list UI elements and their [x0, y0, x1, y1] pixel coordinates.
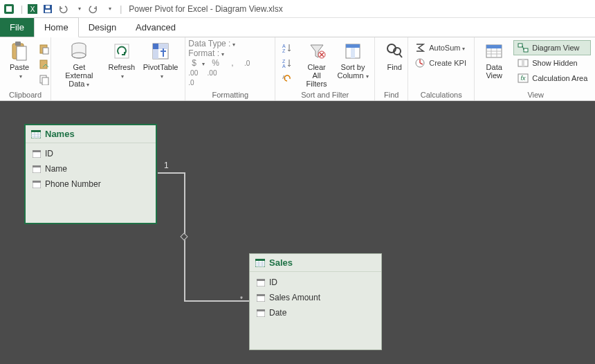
find-label: Find — [387, 63, 402, 71]
copy-icon[interactable] — [39, 72, 50, 87]
autosum-button[interactable]: AutoSum — [414, 40, 466, 55]
paste-replace-icon[interactable] — [39, 57, 50, 72]
svg-text:A: A — [282, 44, 286, 48]
find-icon — [384, 41, 405, 62]
clear-sort-button[interactable]: A — [281, 71, 296, 86]
sort-by-column-button[interactable]: Sort by Column — [334, 39, 372, 80]
svg-rect-39 — [522, 60, 524, 66]
pivottable-button[interactable]: PivotTable — [139, 39, 182, 80]
data-view-button[interactable]: Data View — [477, 39, 511, 80]
calculation-area-button[interactable]: fx Calculation Area — [513, 71, 591, 86]
calculation-area-label: Calculation Area — [532, 74, 587, 82]
column-icon — [257, 279, 265, 286]
tab-advanced[interactable]: Advanced — [126, 18, 185, 37]
table-names[interactable]: Names ID Name Phone Number — [24, 124, 157, 224]
get-external-data-button[interactable]: Get External Data — [54, 39, 104, 89]
svg-rect-49 — [33, 181, 41, 183]
field-names-id[interactable]: ID — [26, 146, 156, 161]
redo-dropdown-icon[interactable] — [102, 2, 116, 16]
create-kpi-button[interactable]: Create KPI — [414, 55, 466, 71]
database-icon — [68, 41, 89, 62]
show-hidden-button[interactable]: Show Hidden — [513, 55, 591, 71]
sort-by-column-label-top: Sort by — [341, 63, 365, 71]
paste-button[interactable]: Paste — [3, 39, 36, 80]
clear-sort-icon: A — [281, 73, 293, 83]
sort-desc-button[interactable]: ZA — [281, 55, 296, 71]
undo-icon[interactable] — [56, 2, 70, 16]
diagram-view-button[interactable]: Diagram View — [513, 40, 591, 55]
window-title: Power Pivot for Excel - Diagram View.xls… — [129, 4, 283, 14]
ribbon: Paste Clipboard Get External Data — [0, 37, 595, 101]
tab-home[interactable]: Home — [34, 17, 79, 37]
find-button[interactable]: Find — [378, 39, 411, 71]
refresh-button[interactable]: Refresh — [104, 39, 139, 80]
table-sales-header[interactable]: Sales — [250, 254, 381, 272]
group-label-find: Find — [378, 90, 405, 100]
field-sales-amount[interactable]: Sales Amount — [250, 290, 381, 305]
percent-button[interactable]: % — [212, 58, 219, 68]
sort-asc-button[interactable]: AZ — [281, 40, 296, 55]
paste-append-icon[interactable] — [39, 42, 50, 57]
number-format-row: $ % , .0.00 .00.0 — [188, 58, 250, 87]
format-dropdown[interactable]: Format : — [188, 48, 224, 58]
svg-rect-21 — [158, 44, 168, 49]
svg-rect-20 — [153, 49, 158, 59]
svg-rect-57 — [257, 309, 265, 311]
comma-button[interactable]: , — [231, 58, 233, 68]
field-sales-date[interactable]: Date — [250, 305, 381, 320]
relationship-line[interactable] — [158, 172, 185, 174]
field-label: Sales Amount — [269, 293, 320, 302]
field-names-phone[interactable]: Phone Number — [26, 176, 156, 192]
group-label-view: View — [477, 90, 594, 100]
table-icon — [31, 130, 41, 138]
clear-filters-label-top: Clear All — [303, 63, 330, 80]
svg-rect-9 — [17, 46, 26, 60]
sigma-icon — [414, 43, 426, 53]
get-external-data-label-bottom: Data — [68, 80, 89, 89]
svg-rect-55 — [257, 294, 265, 296]
currency-button[interactable]: $ — [192, 58, 196, 68]
tab-design[interactable]: Design — [79, 18, 126, 37]
field-label: ID — [269, 277, 277, 287]
relationship-cardinality-one: 1 — [164, 161, 169, 170]
svg-rect-5 — [45, 10, 51, 12]
data-view-label-top: Data — [486, 63, 502, 71]
sort-by-column-icon — [342, 41, 363, 62]
sort-buttons: AZ ZA A — [278, 39, 299, 87]
svg-rect-43 — [31, 130, 41, 132]
group-view: Data View Diagram View Show Hidden fx Ca… — [475, 37, 595, 100]
svg-rect-51 — [255, 259, 265, 261]
svg-rect-45 — [33, 150, 41, 152]
svg-text:X: X — [30, 6, 35, 13]
relationship-line[interactable] — [184, 300, 249, 302]
save-icon[interactable] — [41, 2, 55, 16]
svg-rect-8 — [15, 42, 21, 46]
data-type-dropdown[interactable]: Data Type : — [188, 39, 235, 48]
column-icon — [257, 309, 265, 317]
relationship-arrow-icon — [180, 233, 187, 240]
svg-text:A: A — [282, 64, 286, 68]
chevron-down-icon — [17, 71, 22, 80]
diagram-canvas[interactable]: 1 * Names ID Name Phone Number Sales — [0, 101, 595, 364]
quick-access-toolbar: X — [26, 2, 117, 16]
field-sales-id[interactable]: ID — [250, 275, 381, 290]
autosum-label: AutoSum — [429, 44, 460, 52]
redo-icon[interactable] — [86, 2, 100, 16]
tab-file[interactable]: File — [0, 18, 34, 37]
separator: | — [21, 4, 23, 14]
field-names-name[interactable]: Name — [26, 161, 156, 176]
clipboard-small-buttons — [36, 39, 53, 89]
table-sales[interactable]: Sales ID Sales Amount Date — [249, 253, 382, 350]
sort-by-column-label-bottom: Column — [338, 71, 369, 80]
title-bar: | X | Power Pivot for Excel - Diagram Vi… — [0, 0, 595, 18]
data-view-icon — [484, 41, 504, 62]
svg-rect-53 — [257, 279, 265, 281]
clear-all-filters-button[interactable]: Clear All Filters — [299, 39, 334, 88]
undo-dropdown-icon[interactable] — [71, 2, 85, 16]
chevron-down-icon — [158, 71, 163, 80]
table-names-header[interactable]: Names — [26, 125, 156, 143]
column-icon — [33, 181, 41, 188]
group-formatting: Data Type : Format : $ % , .0.00 .00.0 F… — [185, 37, 275, 100]
svg-rect-37 — [524, 48, 528, 52]
table-sales-title: Sales — [269, 257, 293, 268]
